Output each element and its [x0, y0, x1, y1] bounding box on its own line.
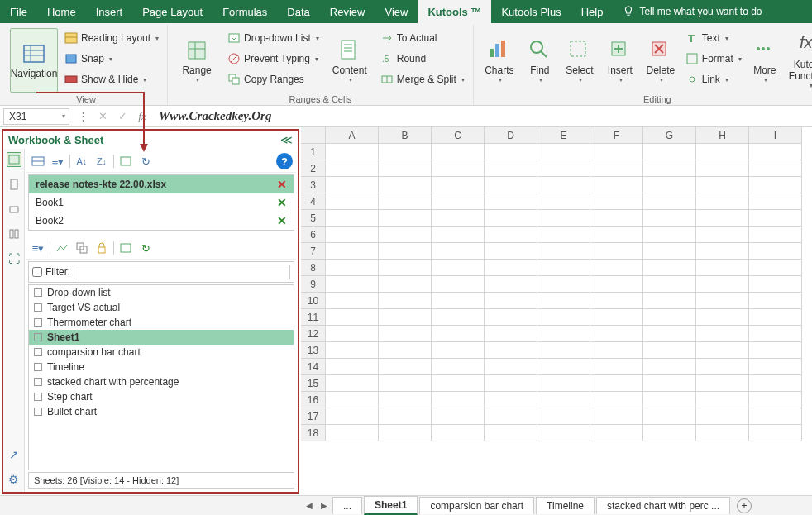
tab-data[interactable]: Data [277, 0, 319, 23]
tab-page-layout[interactable]: Page Layout [132, 0, 213, 23]
cell[interactable] [643, 177, 696, 193]
sheet-row[interactable]: Sheet1 [29, 330, 294, 345]
cell[interactable] [432, 408, 485, 425]
row-header[interactable]: 4 [301, 193, 326, 210]
cell[interactable] [432, 359, 485, 375]
cell[interactable] [696, 408, 749, 425]
side-tab-workbook-icon[interactable] [7, 152, 21, 167]
cell[interactable] [379, 342, 432, 359]
select-button[interactable]: Select▾ [560, 28, 599, 93]
sheet-list-icon[interactable]: ≡▾ [30, 240, 46, 256]
sheet-checkbox[interactable] [34, 393, 42, 401]
row-header[interactable]: 2 [301, 160, 326, 177]
row-header[interactable]: 18 [301, 425, 326, 441]
row-header[interactable]: 14 [301, 359, 326, 375]
close-workbook-icon[interactable]: ✕ [277, 196, 287, 209]
to-actual-button[interactable]: To Actual [377, 28, 468, 48]
cell[interactable] [643, 160, 696, 177]
sheet-checkbox[interactable] [34, 303, 42, 312]
column-header[interactable]: D [485, 127, 537, 144]
merge-split-button[interactable]: Merge & Split▾ [377, 69, 468, 89]
cell[interactable] [696, 144, 749, 160]
cell[interactable] [379, 408, 432, 425]
cell[interactable] [379, 193, 432, 210]
cell[interactable] [590, 177, 643, 193]
cell[interactable] [326, 276, 379, 293]
insert-button[interactable]: Insert▾ [601, 28, 639, 93]
cell[interactable] [379, 359, 432, 375]
cell[interactable] [696, 392, 749, 408]
cell[interactable] [749, 425, 802, 441]
column-header[interactable]: B [379, 127, 432, 144]
cell[interactable] [537, 193, 590, 210]
sheet-row[interactable]: Target VS actual [29, 300, 294, 315]
cell[interactable] [537, 260, 590, 276]
sheet-tab[interactable]: Sheet1 [364, 496, 418, 515]
filter-input[interactable] [74, 265, 290, 279]
cell[interactable] [485, 276, 537, 293]
cell[interactable] [696, 375, 749, 392]
cell[interactable] [485, 193, 537, 210]
cell[interactable] [749, 276, 802, 293]
cell[interactable] [379, 160, 432, 177]
side-tab-columns-icon[interactable] [7, 227, 21, 241]
cell[interactable] [590, 342, 643, 359]
sheet-nav-next-icon[interactable]: ▶ [318, 501, 331, 510]
cell[interactable] [643, 425, 696, 441]
snap-button[interactable]: Snap▾ [61, 49, 162, 69]
show-hide-button[interactable]: Show & Hide▾ [61, 69, 162, 89]
sheet-row[interactable]: Step chart [29, 389, 294, 404]
side-tab-clipboard-icon[interactable] [7, 177, 21, 192]
cell[interactable] [326, 144, 379, 160]
row-header[interactable]: 13 [301, 342, 326, 359]
collapse-pane-icon[interactable]: ≪ [280, 133, 293, 146]
cell[interactable] [643, 392, 696, 408]
cell[interactable] [590, 227, 643, 243]
cell[interactable] [326, 326, 379, 342]
workbook-row[interactable]: Book2 ✕ [29, 212, 294, 230]
cell[interactable] [696, 293, 749, 309]
row-header[interactable]: 7 [301, 243, 326, 260]
cell[interactable] [643, 193, 696, 210]
cell[interactable] [379, 293, 432, 309]
cell[interactable] [432, 342, 485, 359]
sheet-checkbox[interactable] [34, 333, 42, 341]
cell[interactable] [643, 326, 696, 342]
column-header[interactable]: H [696, 127, 749, 144]
cell[interactable] [643, 342, 696, 359]
cell[interactable] [537, 342, 590, 359]
cell[interactable] [537, 359, 590, 375]
cell[interactable] [590, 160, 643, 177]
cell[interactable] [537, 408, 590, 425]
cell[interactable] [749, 160, 802, 177]
cell[interactable] [749, 309, 802, 326]
sheet-tab[interactable]: stacked chart with perc ... [596, 497, 730, 514]
cell[interactable] [590, 326, 643, 342]
cell[interactable] [749, 210, 802, 227]
sheet-row[interactable]: stacked chart with percentage [29, 374, 294, 389]
cell[interactable] [537, 375, 590, 392]
sheet-checkbox[interactable] [34, 408, 42, 416]
cell[interactable] [432, 210, 485, 227]
cell[interactable] [432, 144, 485, 160]
cell[interactable] [537, 227, 590, 243]
tab-kutools-plus[interactable]: Kutools Plus [491, 0, 571, 23]
row-header[interactable]: 10 [301, 293, 326, 309]
cell[interactable] [696, 210, 749, 227]
cell[interactable] [749, 177, 802, 193]
cell[interactable] [432, 392, 485, 408]
cell[interactable] [485, 227, 537, 243]
side-tab-find-icon[interactable]: ⛶ [7, 251, 21, 266]
help-icon[interactable]: ? [276, 153, 293, 169]
insert-function-icon[interactable]: fx [132, 110, 152, 123]
close-workbook-icon[interactable]: ✕ [277, 178, 287, 191]
cell[interactable] [696, 326, 749, 342]
tab-formulas[interactable]: Formulas [213, 0, 277, 23]
column-header[interactable]: A [326, 127, 379, 144]
cell[interactable] [749, 293, 802, 309]
cell[interactable] [696, 276, 749, 293]
formula-options-icon[interactable]: ⋮ [73, 110, 93, 122]
cell[interactable] [537, 309, 590, 326]
tab-review[interactable]: Review [320, 0, 375, 23]
cell[interactable] [537, 160, 590, 177]
